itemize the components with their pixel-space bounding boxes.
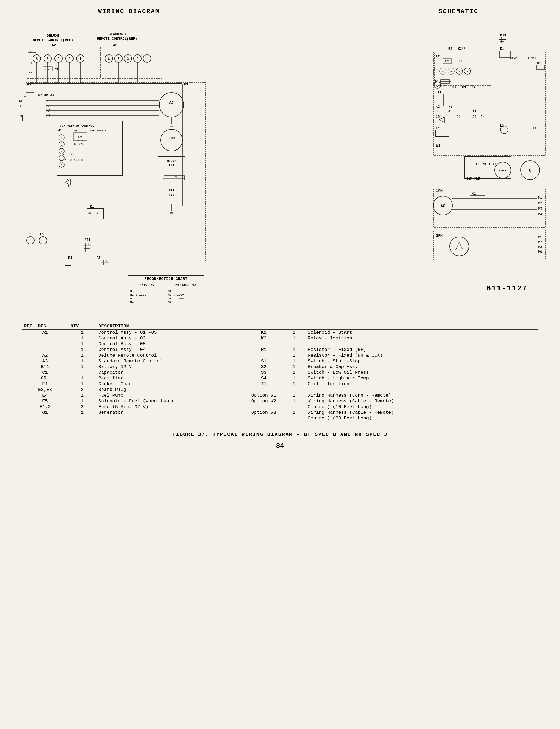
svg-text:O30: O30 [79,143,84,146]
svg-text:STOP: STOP [510,56,517,59]
svg-text:R1: R1 [472,192,476,196]
svg-text:S1: S1 [88,212,91,215]
svg-text:2: 2 [68,185,70,188]
svg-text:5: 5 [117,57,119,61]
svg-text:M4: M4 [538,212,542,216]
svg-rect-56 [158,157,185,170]
svg-text:6: 6 [36,57,38,61]
svg-rect-230 [434,52,545,155]
svg-text:BT1: BT1 [97,256,103,260]
table-row: F1,22Fuse (5 Amp, 32 V)Control) (10 Feet… [22,404,538,410]
svg-text:K2: K2 [74,130,77,133]
svg-text:START: START [527,56,536,59]
table-row: E2,E32Spark Plug [22,387,538,393]
svg-text:E1: E1 [68,256,72,260]
svg-text:2: 2 [458,70,460,73]
svg-text:6: 6 [108,57,110,61]
svg-rect-231 [434,189,545,227]
svg-text:TT: TT [459,60,463,63]
svg-text:FLD: FLD [169,193,174,197]
svg-text:REMOTE CONTROL(REF): REMOTE CONTROL(REF) [97,37,137,41]
svg-text:BT1: BT1 [500,33,507,37]
table-row: A11Control Assy - 01 -05K11Solenoid - St… [22,330,538,336]
svg-text:COMM: COMM [499,169,507,172]
svg-text:5: 5 [61,157,62,160]
svg-text:2: 2 [136,57,138,61]
svg-text:S2: S2 [29,71,32,74]
svg-text:M3: M3 [538,207,542,211]
table-row: C1CapacitorS31Switch - Low Oil Press [22,370,538,375]
svg-text:M3: M3 [46,109,50,113]
svg-text:W2 OR W3: W2 OR W3 [38,93,54,97]
svg-rect-150 [435,53,492,86]
svg-text:S1: S1 [70,153,74,156]
svg-text:STANDARD: STANDARD [109,32,126,36]
header-qty2 [282,323,305,330]
diagram-area: DELUXE REMOTE CONTROL(REF) A2 STANDARD R… [11,23,549,309]
header-ref: REF. DES. [22,323,68,330]
svg-text:2: 2 [61,144,62,146]
svg-text:COMM: COMM [168,136,176,140]
svg-text:M1: M1 [538,235,542,239]
svg-text:CR1: CR1 [436,115,442,119]
svg-text:6: 6 [61,164,62,167]
svg-text:M0: M0 [538,250,542,254]
svg-text:B+: B+ [97,212,100,215]
svg-text:G1: G1 [436,144,440,148]
recon-col2-m4: M4 [168,301,202,304]
figure-caption: FIGURE 37. TYPICAL WIRING DIAGRAM - BF S… [11,431,549,437]
svg-point-112 [27,237,34,244]
svg-text:M2: M2 [538,201,542,205]
recon-col2-m2: M2 ↓ 120V [168,293,202,296]
svg-text:5: 5 [437,84,438,87]
svg-marker-221 [455,243,463,250]
svg-text:E3: E3 [462,86,466,90]
svg-text:1: 1 [79,57,81,61]
table-row: 1Control Assy - 02K21Relay - Ignition [22,335,538,341]
svg-text:1: 1 [146,57,148,61]
svg-rect-195 [435,130,449,137]
svg-text:87: 87 [448,110,452,113]
svg-text:5: 5 [47,57,48,61]
svg-text:S2: S2 [472,86,475,90]
parts-section: REF. DES. QTY. DESCRIPTION A11Control As… [11,318,549,427]
svg-text:E3: E3 [19,105,22,108]
svg-text:3: 3 [61,151,62,153]
svg-text:AC: AC [441,204,445,208]
svg-text:AC: AC [169,100,174,105]
header-qty: QTY. [68,323,96,330]
part-number: 611-1127 [486,284,527,293]
table-row: BT11Battery 12 VS21Breaker & Cap Assy [22,364,538,370]
svg-point-193 [500,126,508,134]
svg-text:S4: S4 [29,62,32,65]
svg-text:SEE NOTE 1: SEE NOTE 1 [90,129,106,132]
recon-col1-m4: M4 [130,301,164,304]
header-desc: DESCRIPTION [96,323,245,330]
recon-col1-m3: M3 [130,297,164,300]
svg-text:TT: TT [55,68,59,71]
svg-point-220 [450,237,469,256]
svg-text:M2: M2 [46,104,50,108]
svg-text:C1: C1 [457,115,460,119]
svg-rect-62 [158,185,185,200]
table-row: CR11RectifierS41Switch - High Air Temp [22,375,538,381]
parts-table: REF. DES. QTY. DESCRIPTION A11Control As… [22,323,538,421]
svg-rect-198 [465,157,511,178]
svg-text:3PH: 3PH [436,234,443,238]
table-row: Control) (30 Feet Long) [22,415,538,421]
svg-text:6: 6 [450,70,452,73]
svg-text:SHUNT: SHUNT [167,160,176,163]
table-row: 1Control Assy - 04R11Resistor - Fixed (B… [22,347,538,353]
svg-text:K2: K2 [436,105,440,109]
recon-col2-m1: M1 [168,289,202,293]
svg-text:K1: K1 [500,47,504,51]
svg-text:G: G [529,168,532,173]
svg-text:SER FLD: SER FLD [466,177,480,181]
svg-text:FLB: FLB [169,164,174,167]
recon-col2-title: 120/240V, 3W [168,284,202,288]
svg-text:BT1: BT1 [84,238,90,242]
svg-point-52 [159,93,184,117]
recon-col2-m3: M3 ↓ 120V [168,297,202,300]
wiring-diagram-title: WIRING DIAGRAM [98,8,160,15]
svg-text:30: 30 [436,110,439,113]
